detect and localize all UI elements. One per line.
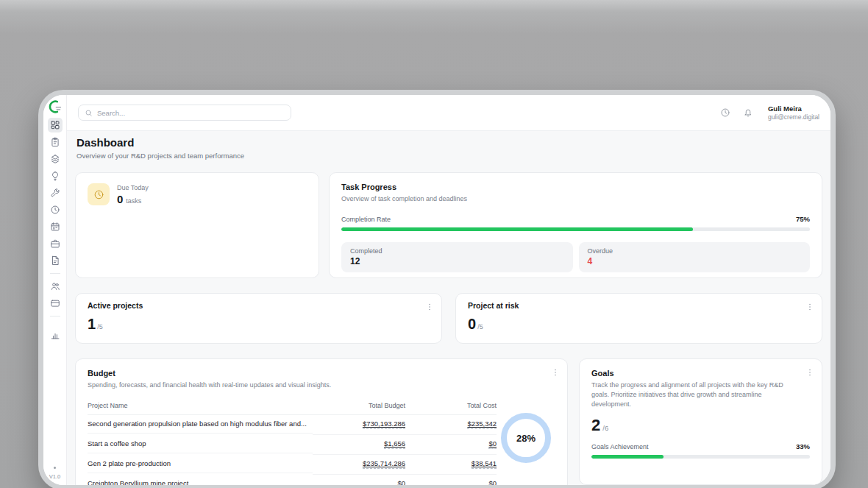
due-today-value: 0 (117, 193, 123, 205)
completed-stat: Completed 12 (341, 242, 573, 272)
calendar-icon (50, 222, 60, 232)
briefcase-icon (50, 238, 60, 249)
project-at-risk-total: /5 (477, 323, 483, 330)
sidebar-item-analytics[interactable] (48, 328, 63, 342)
total-budget-link[interactable]: $730,193.286 (363, 420, 405, 429)
column-total-cost: Total Cost (405, 400, 497, 415)
search-icon (85, 109, 93, 117)
sidebar-item-tools[interactable] (48, 185, 63, 200)
budget-table-header: Project Name Total Budget Total Cost (88, 400, 497, 415)
bar-chart-icon (50, 330, 60, 340)
total-budget-link[interactable]: $1,656 (384, 439, 405, 449)
clock-icon (50, 205, 60, 215)
overdue-stat: Overdue 4 (579, 242, 811, 272)
dashboard-icon (50, 120, 60, 130)
overdue-value: 4 (588, 256, 802, 266)
goals-progress-bar (591, 455, 810, 459)
budget-table: Project Name Total Budget Total Cost Sec… (88, 400, 497, 485)
history-clock-icon (720, 107, 730, 118)
search-box[interactable] (78, 105, 291, 121)
credit-card-icon (50, 298, 60, 308)
goals-menu-button[interactable] (805, 367, 814, 375)
user-email: guli@creme.digital (768, 113, 819, 121)
completed-value: 12 (350, 256, 564, 266)
total-budget-link[interactable]: $235,714.286 (363, 459, 405, 469)
sidebar: V1.0 (43, 95, 67, 485)
task-progress-subtitle: Overview of task completion and deadline… (341, 194, 810, 204)
sidebar-item-portfolio[interactable] (48, 236, 63, 251)
sidebar-item-tasks[interactable] (48, 135, 63, 149)
completion-progress-fill (341, 227, 693, 231)
due-today-unit: tasks (126, 197, 141, 205)
task-progress-title: Task Progress (341, 183, 810, 191)
budget-donut-chart: 28% (501, 413, 551, 463)
creme-logo-icon (48, 99, 63, 114)
sidebar-footer: V1.0 (43, 467, 66, 480)
sidebar-item-billing[interactable] (48, 296, 63, 311)
main-area: Guli Meira guli@creme.digital Dashboard … (67, 95, 830, 485)
due-today-label: Due Today (117, 184, 149, 191)
column-project-name: Project Name (88, 400, 313, 415)
history-button[interactable] (720, 107, 730, 118)
goals-value: 2 (591, 417, 600, 434)
project-at-risk-card: Project at risk 0 /5 (455, 293, 822, 344)
sidebar-divider (50, 316, 60, 317)
table-row[interactable]: Second generation propulsion plate based… (88, 415, 497, 435)
total-budget-link[interactable]: $0 (397, 479, 405, 485)
user-menu[interactable]: Guli Meira guli@creme.digital (768, 105, 819, 121)
budget-title: Budget (88, 369, 555, 378)
sidebar-divider (50, 273, 60, 274)
sidebar-item-ideas[interactable] (48, 169, 63, 183)
wrench-icon (50, 188, 60, 198)
active-projects-menu-button[interactable] (425, 301, 434, 310)
bell-icon (743, 107, 753, 118)
due-today-clock-icon (88, 183, 110, 205)
goals-achievement-label: Goals Achievement (591, 443, 649, 450)
total-cost-link[interactable]: $38,541 (472, 459, 497, 469)
due-today-card: Due Today 0 tasks (75, 172, 319, 278)
project-name-cell: Gen 2 plate pre-production (88, 455, 313, 473)
app-window-frame: V1.0 Guli Meira (38, 90, 836, 488)
budget-percent: 28% (516, 433, 536, 444)
sidebar-item-projects[interactable] (48, 152, 63, 166)
budget-card: Budget Spending, forecasts, and financia… (75, 358, 568, 485)
kebab-menu-icon (805, 303, 814, 311)
project-name-cell: Second generation propulsion plate based… (88, 415, 313, 434)
sidebar-item-team[interactable] (48, 279, 63, 294)
completion-rate-value: 75% (796, 215, 810, 223)
app-version: V1.0 (43, 473, 66, 480)
active-projects-card: Active projects 1 /5 (75, 293, 442, 344)
total-cost-link[interactable]: $235,342 (467, 420, 497, 429)
sidebar-item-documents[interactable] (48, 253, 63, 268)
document-icon (50, 255, 60, 266)
task-progress-card: Task Progress Overview of task completio… (329, 172, 822, 278)
user-name: Guli Meira (768, 105, 819, 113)
completion-rate-label: Completion Rate (341, 216, 391, 223)
total-cost-link[interactable]: $0 (488, 479, 497, 485)
sidebar-item-dashboard[interactable] (48, 118, 63, 132)
goals-title: Goals (591, 369, 810, 378)
project-name-cell: Start a coffee shop (88, 435, 313, 453)
table-row[interactable]: Creighton Beryllium mine project $0 $0 (88, 475, 497, 485)
lightbulb-icon (50, 171, 60, 181)
table-row[interactable]: Start a coffee shop $1,656 $0 (88, 435, 497, 455)
page-subtitle: Overview of your R&D projects and team p… (77, 152, 821, 160)
sidebar-item-time[interactable] (48, 202, 63, 217)
budget-menu-button[interactable] (551, 367, 560, 375)
layers-icon (50, 154, 60, 164)
notifications-button[interactable] (743, 107, 753, 118)
completion-progress-bar (341, 227, 810, 231)
sidebar-item-calendar[interactable] (48, 219, 63, 234)
active-projects-title: Active projects (88, 301, 430, 310)
column-total-budget: Total Budget (313, 400, 405, 415)
project-at-risk-menu-button[interactable] (805, 301, 814, 310)
top-bar: Guli Meira guli@creme.digital (67, 95, 830, 131)
project-at-risk-title: Project at risk (468, 301, 810, 310)
goals-subtitle: Track the progress and alignment of all … (591, 381, 799, 409)
search-input[interactable] (97, 109, 285, 117)
goals-card: Goals Track the progress and alignment o… (579, 358, 822, 485)
active-projects-total: /5 (97, 323, 103, 330)
kebab-menu-icon (805, 368, 814, 377)
table-row[interactable]: Gen 2 plate pre-production $235,714.286 … (88, 455, 497, 475)
total-cost-link[interactable]: $0 (488, 439, 497, 449)
